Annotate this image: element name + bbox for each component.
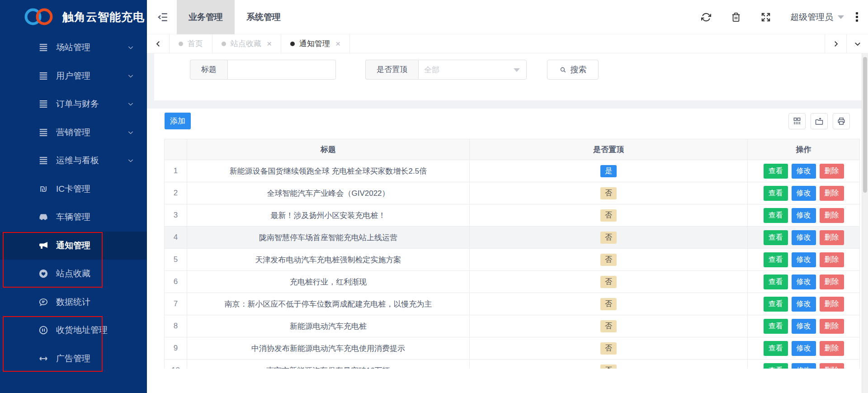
search-button[interactable]: 搜索 xyxy=(547,60,599,80)
delete-button[interactable]: 删除 xyxy=(820,186,844,201)
sidebar-item-data-stats[interactable]: 数据统计 xyxy=(0,288,147,317)
sidebar-item-ads[interactable]: 广告管理 xyxy=(0,345,147,373)
notices-table: 标题 是否置顶 操作 1 新能源设备国货继续领跑全球 充电桩全球买家数增长2.5… xyxy=(164,139,860,369)
pause-circle-icon xyxy=(38,325,49,336)
module-tabs: 业务管理 系统管理 xyxy=(177,0,292,34)
sidebar-item-users[interactable]: 用户管理 xyxy=(0,62,147,90)
app-title: 触角云智能充电 xyxy=(62,9,145,24)
delete-button[interactable]: 删除 xyxy=(820,275,844,289)
sidebar-item-ops-dashboard[interactable]: 运维与看板 xyxy=(0,147,147,175)
logo-rings-icon xyxy=(24,7,56,27)
notice-title: 南宁市新能源汽车保有量突破10万辆 xyxy=(187,360,470,369)
view-button[interactable]: 查看 xyxy=(764,252,788,267)
sidebar-item-notifications[interactable]: 通知管理 xyxy=(0,232,147,260)
refresh-icon[interactable] xyxy=(701,12,712,23)
chevron-down-icon xyxy=(127,100,134,108)
table-row: 9 中消协发布新能源电动汽车充电使用消费提示 否 查看 修改 删除 xyxy=(165,337,859,360)
delete-button[interactable]: 删除 xyxy=(820,341,844,356)
edit-button[interactable]: 修改 xyxy=(792,341,816,356)
col-index xyxy=(165,139,187,160)
tab-notifications[interactable]: 通知管理 × xyxy=(281,34,350,53)
delete-button[interactable]: 删除 xyxy=(820,319,844,334)
edit-button[interactable]: 修改 xyxy=(792,208,816,223)
view-button[interactable]: 查看 xyxy=(764,164,788,179)
edit-button[interactable]: 修改 xyxy=(792,363,816,369)
pinned-filter-select[interactable]: 全部 xyxy=(418,60,527,80)
sidebar-item-site-favorites[interactable]: 站点收藏 xyxy=(0,260,147,288)
edit-button[interactable]: 修改 xyxy=(792,275,816,289)
delete-button[interactable]: 删除 xyxy=(820,208,844,223)
notice-title: 全球智能汽车产业峰会（GIV2022） xyxy=(187,182,470,204)
view-button[interactable]: 查看 xyxy=(764,186,788,201)
view-button[interactable]: 查看 xyxy=(764,230,788,245)
edit-button[interactable]: 修改 xyxy=(792,230,816,245)
column-settings-icon[interactable] xyxy=(788,113,806,129)
pinned-badge: 否 xyxy=(600,232,617,244)
collapse-sidebar-icon[interactable] xyxy=(157,11,169,23)
sidebar-item-label: 广告管理 xyxy=(56,353,90,365)
table-body: 1 新能源设备国货继续领跑全球 充电桩全球买家数增长2.5倍 是 查看 修改 删… xyxy=(165,160,859,369)
sidebar-item-vehicles[interactable]: 车辆管理 xyxy=(0,203,147,232)
sidebar-item-label: 营销管理 xyxy=(56,127,90,138)
chevron-down-icon xyxy=(127,72,134,80)
edit-button[interactable]: 修改 xyxy=(792,319,816,334)
table-row: 6 充电桩行业，红利渐现 否 查看 修改 删除 xyxy=(165,271,859,293)
delete-button[interactable]: 删除 xyxy=(820,252,844,267)
user-name: 超级管理员 xyxy=(790,11,833,23)
menu-lines-icon xyxy=(38,71,49,81)
tab-business-management[interactable]: 业务管理 xyxy=(177,0,235,34)
delete-button[interactable]: 删除 xyxy=(820,230,844,245)
delete-button[interactable]: 删除 xyxy=(820,297,844,312)
user-menu[interactable]: 超级管理员 xyxy=(790,11,844,23)
row-index: 9 xyxy=(165,337,187,359)
table-section: 添加 标题 是否置顶 操作 xyxy=(147,109,862,369)
notice-title: 南京：新小区应不低于停车位数两成配建充电桩，以慢充为主 xyxy=(187,293,470,315)
view-button[interactable]: 查看 xyxy=(764,275,788,289)
edit-button[interactable]: 修改 xyxy=(792,252,816,267)
export-icon[interactable] xyxy=(811,113,828,129)
close-icon[interactable]: × xyxy=(267,39,272,48)
pinned-filter-label: 是否置顶 xyxy=(365,60,418,80)
table-tools xyxy=(788,113,850,129)
menu-lines-icon xyxy=(38,155,49,166)
topbar-actions: 超级管理员 xyxy=(701,11,868,23)
topbar: 业务管理 系统管理 超级管理员 xyxy=(147,0,868,34)
tab-home[interactable]: 首页 xyxy=(170,34,212,53)
sidebar-item-marketing[interactable]: 营销管理 xyxy=(0,118,147,147)
edit-button[interactable]: 修改 xyxy=(792,186,816,201)
pinned-badge: 否 xyxy=(600,276,617,288)
table-row: 1 新能源设备国货继续领跑全球 充电桩全球买家数增长2.5倍 是 查看 修改 删… xyxy=(165,160,859,182)
scrollbar-thumb[interactable] xyxy=(863,57,867,193)
fullscreen-icon[interactable] xyxy=(760,12,771,23)
view-button[interactable]: 查看 xyxy=(764,319,788,334)
print-icon[interactable] xyxy=(833,113,850,129)
edit-button[interactable]: 修改 xyxy=(792,164,816,179)
kebab-menu-icon[interactable] xyxy=(856,12,858,22)
table-row: 7 南京：新小区应不低于停车位数两成配建充电桩，以慢充为主 否 查看 修改 删除 xyxy=(165,293,859,315)
view-button[interactable]: 查看 xyxy=(764,363,788,369)
edit-button[interactable]: 修改 xyxy=(792,297,816,312)
tabs-scroll-left-icon[interactable] xyxy=(147,34,170,53)
sidebar-item-stations[interactable]: 场站管理 xyxy=(0,33,147,62)
tab-system-management[interactable]: 系统管理 xyxy=(235,0,292,34)
menu-lines-icon xyxy=(38,99,49,109)
view-button[interactable]: 查看 xyxy=(764,341,788,356)
add-button[interactable]: 添加 xyxy=(165,113,191,129)
vertical-scrollbar[interactable] xyxy=(862,53,868,393)
view-button[interactable]: 查看 xyxy=(764,297,788,312)
title-filter-input[interactable] xyxy=(227,60,336,80)
trash-icon[interactable] xyxy=(731,12,741,23)
close-icon[interactable]: × xyxy=(335,39,340,48)
delete-button[interactable]: 删除 xyxy=(820,363,844,369)
row-index: 8 xyxy=(165,315,187,337)
delete-button[interactable]: 删除 xyxy=(820,164,844,179)
col-pinned: 是否置顶 xyxy=(470,139,748,160)
sidebar-item-shipping-address[interactable]: 收货地址管理 xyxy=(0,316,147,345)
sidebar-item-orders-finance[interactable]: 订单与财务 xyxy=(0,90,147,118)
tabs-scroll-right-icon[interactable] xyxy=(825,34,846,53)
view-button[interactable]: 查看 xyxy=(764,208,788,223)
tabs-menu-icon[interactable] xyxy=(846,34,868,53)
sidebar-item-ic-cards[interactable]: ₪ IC卡管理 xyxy=(0,175,147,204)
chevron-down-icon xyxy=(127,129,134,136)
tab-site-favorites[interactable]: 站点收藏 × xyxy=(212,34,281,53)
